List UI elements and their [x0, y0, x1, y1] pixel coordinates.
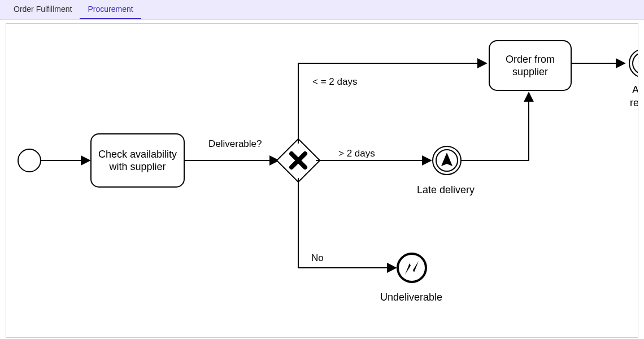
gateway-incoming-label: Deliverable?: [208, 138, 262, 149]
article-received-label-partial1: A: [632, 84, 638, 95]
article-received-label-partial2: re: [630, 97, 638, 108]
tab-order-fulfillment[interactable]: Order Fulfillment: [6, 0, 80, 19]
undeliverable-event[interactable]: [398, 254, 426, 282]
undeliverable-label: Undeliverable: [380, 292, 442, 303]
branch-slow-label: > 2 days: [338, 148, 375, 159]
tab-bar: Order Fulfillment Procurement: [0, 0, 644, 20]
branch-fast-label: < = 2 days: [312, 76, 357, 87]
late-delivery-label: Late delivery: [417, 184, 475, 195]
article-received-event-partial[interactable]: [629, 49, 638, 77]
late-delivery-event[interactable]: [433, 146, 461, 175]
diagram-canvas[interactable]: Check availability with supplier Deliver…: [6, 23, 638, 338]
task-order-from-supplier-label: Order from supplier: [492, 43, 568, 88]
flow-fast-branch[interactable]: [298, 63, 486, 144]
branch-no-label: No: [311, 253, 324, 263]
task-check-availability-label: Check availability with supplier: [94, 137, 181, 184]
svg-point-3: [398, 254, 426, 282]
flow-late-to-order[interactable]: [461, 93, 529, 160]
tab-procurement[interactable]: Procurement: [80, 0, 141, 19]
start-event-icon[interactable]: [18, 149, 41, 172]
exclusive-gateway[interactable]: [277, 139, 320, 182]
